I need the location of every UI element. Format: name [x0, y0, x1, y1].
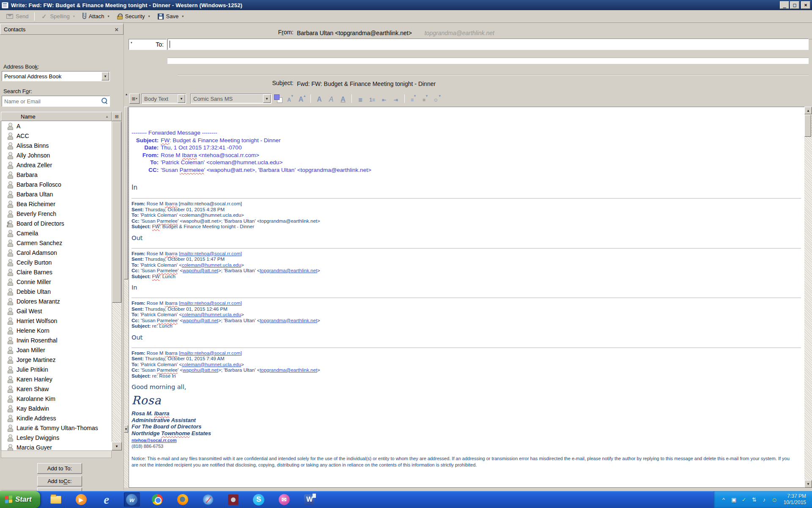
taskbar-icon-skype[interactable]: S: [251, 492, 267, 507]
compose-left-scrollbar[interactable]: ▼: [123, 107, 129, 488]
bold-button[interactable]: A: [314, 94, 324, 104]
taskbar-icon-explorer-folder[interactable]: [48, 492, 64, 507]
numbered-list-button[interactable]: 1≡: [367, 94, 377, 104]
minimize-button[interactable]: _: [780, 1, 789, 9]
contact-row[interactable]: Cameila: [1, 228, 112, 238]
display-icon[interactable]: ▣: [730, 497, 738, 503]
security-button[interactable]: Security▾: [113, 11, 154, 21]
address-book-dropdown[interactable]: Personal Address Book ▼: [2, 71, 110, 81]
contact-row[interactable]: Jorge Martinez: [1, 355, 112, 364]
contact-row[interactable]: Carmen Sanchez: [1, 238, 112, 248]
hide-icons-arrow[interactable]: ^: [720, 497, 727, 503]
contact-row[interactable]: Debbie Ultan: [1, 287, 112, 296]
contact-row[interactable]: Karolanne Kim: [1, 394, 112, 403]
contact-row[interactable]: Connie Miller: [1, 277, 112, 287]
contact-row[interactable]: Joan Miller: [1, 345, 112, 355]
to-address-input[interactable]: [167, 39, 809, 50]
taskbar-icon-word[interactable]: W: [302, 492, 318, 507]
name-column-header[interactable]: Name ▲: [1, 112, 112, 121]
add-to-to-button[interactable]: Add to To:: [37, 463, 82, 474]
contact-row[interactable]: Alissa Binns: [1, 141, 112, 150]
taskbar-icon-firefox[interactable]: [175, 492, 191, 507]
signature-email-link[interactable]: ntehoa@socal.rr.com: [132, 438, 177, 443]
contact-row[interactable]: ACC: [1, 131, 112, 141]
save-button[interactable]: Save▾: [154, 11, 188, 21]
taskbar-icon-safari[interactable]: [200, 492, 216, 507]
add-to-cc-button[interactable]: Add to Cc:: [37, 476, 82, 486]
start-button[interactable]: Start: [0, 491, 40, 508]
contact-row[interactable]: Cecily Burton: [1, 257, 112, 267]
contact-row[interactable]: Helene Korn: [1, 326, 112, 335]
chevron-down-icon[interactable]: ▼: [263, 94, 271, 103]
close-button[interactable]: ×: [801, 1, 810, 9]
contact-row[interactable]: Karen Shaw: [1, 384, 112, 394]
contact-row[interactable]: Ally Johnson: [1, 150, 112, 160]
contact-row[interactable]: Kay Baldwin: [1, 403, 112, 413]
italic-button[interactable]: A: [326, 94, 336, 104]
search-icon[interactable]: [102, 98, 108, 104]
contact-row[interactable]: Gail West: [1, 306, 112, 316]
scroll-down-icon[interactable]: ▼: [804, 480, 812, 488]
empty-recipient-row-2[interactable]: [178, 75, 809, 75]
contact-list-horizontal-scrollbar[interactable]: [1, 450, 112, 458]
taskbar-icon-media-player[interactable]: ▶: [73, 492, 89, 507]
contact-list[interactable]: AACCAlissa BinnsAlly JohnsonAndrea Zelle…: [1, 121, 112, 450]
scroll-up-icon[interactable]: ▲: [804, 107, 812, 114]
contact-row[interactable]: Kindle Address: [1, 413, 112, 423]
contact-row[interactable]: Julie Pritikin: [1, 364, 112, 374]
chevron-down-icon[interactable]: ▼: [102, 72, 109, 80]
paragraph-style-dropdown[interactable]: Body Text ▼: [141, 94, 186, 104]
subject-input[interactable]: Fwd: FW: Budget & Finance Meeting tonigh…: [297, 80, 436, 87]
background-color-button[interactable]: ■▾: [420, 94, 430, 104]
messenger-icon[interactable]: ☺: [771, 496, 778, 503]
from-row[interactable]: Barbara Ultan <topgrandma@earthlink.net>…: [297, 30, 812, 39]
outdent-button[interactable]: ⇤: [379, 94, 389, 104]
text-color-picker-button[interactable]: [273, 94, 283, 104]
chevron-down-icon[interactable]: ▼: [178, 94, 185, 103]
bullet-list-button[interactable]: ≣: [355, 94, 365, 104]
contact-row[interactable]: Barbara Ultan: [1, 189, 112, 199]
contact-row[interactable]: Carol Adamson: [1, 248, 112, 257]
contact-row[interactable]: Irwin Rosenthal: [1, 335, 112, 345]
contact-row[interactable]: Lesley Dwiggins: [1, 433, 112, 442]
contact-list-scrollbar[interactable]: [112, 121, 122, 450]
recipient-type-selector[interactable]: ▾ To:: [129, 39, 167, 50]
taskbar-icon-photo-app[interactable]: [225, 492, 241, 507]
contact-row[interactable]: Barbara: [1, 170, 112, 179]
scrollbar-thumb[interactable]: [112, 121, 121, 303]
maximize-button[interactable]: □: [790, 1, 799, 9]
taskbar-clock[interactable]: 7:37 PM 10/1/2015: [784, 493, 806, 506]
contact-search-field[interactable]: [2, 96, 110, 107]
message-body-editor[interactable]: -------- Forwarded Message -------- Subj…: [129, 107, 804, 488]
taskbar-icon-thunderbird[interactable]: w: [124, 492, 140, 507]
security-shield-icon[interactable]: ✓: [741, 497, 748, 503]
body-scrollbar[interactable]: ▲ ▼: [804, 107, 812, 488]
close-sidebar-icon[interactable]: ×: [113, 26, 120, 33]
contact-row[interactable]: Claire Barnes: [1, 267, 112, 277]
network-icon[interactable]: ⇅: [751, 497, 758, 503]
contact-row[interactable]: Laurie & Tommy Ultan-Thomas: [1, 423, 112, 433]
scroll-down-icon[interactable]: ▼: [124, 425, 128, 433]
contact-row[interactable]: Barbara Follosco: [1, 179, 112, 189]
contact-row[interactable]: Marcia Guyer: [1, 442, 112, 450]
increase-font-size-button[interactable]: A▴: [297, 94, 307, 104]
contact-row[interactable]: Bea Richeimer: [1, 199, 112, 209]
contact-row[interactable]: Beverly French: [1, 209, 112, 218]
taskbar-icon-chrome[interactable]: [149, 492, 165, 507]
scrollbar-thumb[interactable]: [124, 107, 128, 279]
scroll-down-icon[interactable]: ▼: [112, 442, 122, 450]
toolbar-overflow-button[interactable]: ⊞▾: [129, 94, 140, 104]
taskbar-icon-mail-app[interactable]: ✉: [276, 492, 292, 507]
scrollbar-thumb[interactable]: [804, 115, 811, 137]
search-input[interactable]: [3, 97, 100, 106]
contact-row[interactable]: Harriet Wolfson: [1, 316, 112, 326]
contact-row[interactable]: Andrea Zeller: [1, 160, 112, 170]
taskbar-icon-internet-explorer[interactable]: e: [99, 492, 115, 507]
smiley-button[interactable]: ☺▾: [432, 94, 442, 104]
attach-button[interactable]: Attach▾: [79, 11, 113, 21]
column-picker-button[interactable]: ⊞: [112, 112, 122, 121]
underline-button[interactable]: A: [338, 94, 348, 104]
alignment-button[interactable]: ≡▾: [408, 94, 418, 104]
empty-recipient-row[interactable]: [167, 58, 809, 64]
contact-row[interactable]: Dolores Marantz: [1, 296, 112, 306]
